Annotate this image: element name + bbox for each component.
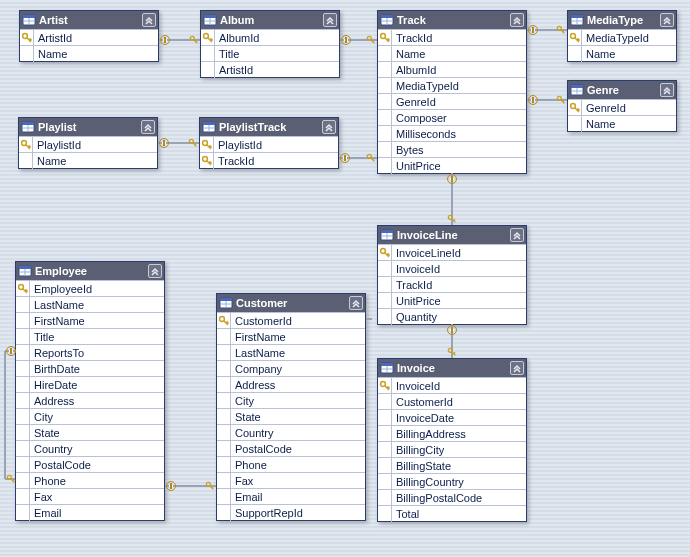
field-row[interactable]: City: [16, 408, 164, 424]
field-row[interactable]: BillingPostalCode: [378, 489, 526, 505]
field-row[interactable]: Fax: [217, 472, 365, 488]
field-row[interactable]: PlaylistId: [200, 136, 338, 152]
table-track[interactable]: TrackTrackIdNameAlbumIdMediaTypeIdGenreI…: [377, 10, 527, 174]
table-header[interactable]: Invoice: [378, 359, 526, 377]
field-row[interactable]: BillingCountry: [378, 473, 526, 489]
table-customer[interactable]: CustomerCustomerIdFirstNameLastNameCompa…: [216, 293, 366, 521]
field-row[interactable]: Fax: [16, 488, 164, 504]
field-row[interactable]: Name: [378, 45, 526, 61]
field-row[interactable]: Name: [19, 152, 157, 168]
field-row[interactable]: InvoiceDate: [378, 409, 526, 425]
table-header[interactable]: Album: [201, 11, 339, 29]
field-row[interactable]: BillingAddress: [378, 425, 526, 441]
table-genre[interactable]: GenreGenreIdName: [567, 80, 677, 132]
field-row[interactable]: ArtistId: [201, 61, 339, 77]
field-row[interactable]: Milliseconds: [378, 125, 526, 141]
field-row[interactable]: MediaTypeId: [378, 77, 526, 93]
table-header[interactable]: InvoiceLine: [378, 226, 526, 244]
collapse-button[interactable]: [660, 13, 674, 27]
field-row[interactable]: PostalCode: [16, 456, 164, 472]
table-album[interactable]: AlbumAlbumIdTitleArtistId: [200, 10, 340, 78]
field-row[interactable]: GenreId: [568, 99, 676, 115]
field-row[interactable]: Address: [217, 376, 365, 392]
field-row[interactable]: SupportRepId: [217, 504, 365, 520]
relation-key-icon: [447, 214, 457, 224]
table-header[interactable]: Playlist: [19, 118, 157, 136]
field-row[interactable]: InvoiceId: [378, 260, 526, 276]
table-artist[interactable]: ArtistArtistIdName: [19, 10, 159, 62]
table-employee[interactable]: EmployeeEmployeeIdLastNameFirstNameTitle…: [15, 261, 165, 521]
field-row[interactable]: Name: [20, 45, 158, 61]
collapse-button[interactable]: [322, 120, 336, 134]
field-row[interactable]: BirthDate: [16, 360, 164, 376]
field-row[interactable]: PostalCode: [217, 440, 365, 456]
field-row[interactable]: FirstName: [217, 328, 365, 344]
collapse-button[interactable]: [142, 13, 156, 27]
table-playlisttrack[interactable]: PlaylistTrackPlaylistIdTrackId: [199, 117, 339, 169]
table-header[interactable]: MediaType: [568, 11, 676, 29]
field-row[interactable]: BillingState: [378, 457, 526, 473]
collapse-button[interactable]: [510, 13, 524, 27]
field-row[interactable]: State: [16, 424, 164, 440]
field-row[interactable]: ArtistId: [20, 29, 158, 45]
table-invoiceline[interactable]: InvoiceLineInvoiceLineIdInvoiceIdTrackId…: [377, 225, 527, 325]
collapse-button[interactable]: [141, 120, 155, 134]
field-row[interactable]: InvoiceLineId: [378, 244, 526, 260]
field-row[interactable]: FirstName: [16, 312, 164, 328]
field-row[interactable]: State: [217, 408, 365, 424]
field-row[interactable]: GenreId: [378, 93, 526, 109]
field-row[interactable]: BillingCity: [378, 441, 526, 457]
field-row[interactable]: Email: [217, 488, 365, 504]
field-row[interactable]: LastName: [217, 344, 365, 360]
table-header[interactable]: Track: [378, 11, 526, 29]
field-row[interactable]: Title: [16, 328, 164, 344]
collapse-button[interactable]: [660, 83, 674, 97]
field-row[interactable]: CustomerId: [217, 312, 365, 328]
field-row[interactable]: Email: [16, 504, 164, 520]
table-header[interactable]: Employee: [16, 262, 164, 280]
table-mediatype[interactable]: MediaTypeMediaTypeIdName: [567, 10, 677, 62]
field-row[interactable]: InvoiceId: [378, 377, 526, 393]
table-playlist[interactable]: PlaylistPlaylistIdName: [18, 117, 158, 169]
field-row[interactable]: MediaTypeId: [568, 29, 676, 45]
collapse-button[interactable]: [510, 361, 524, 375]
field-row[interactable]: Company: [217, 360, 365, 376]
table-header[interactable]: Genre: [568, 81, 676, 99]
table-header[interactable]: Customer: [217, 294, 365, 312]
field-row[interactable]: Country: [217, 424, 365, 440]
field-row[interactable]: AlbumId: [378, 61, 526, 77]
field-row[interactable]: ReportsTo: [16, 344, 164, 360]
field-row[interactable]: Composer: [378, 109, 526, 125]
field-row[interactable]: UnitPrice: [378, 292, 526, 308]
field-row[interactable]: Name: [568, 45, 676, 61]
field-row[interactable]: Address: [16, 392, 164, 408]
field-row[interactable]: AlbumId: [201, 29, 339, 45]
field-row[interactable]: UnitPrice: [378, 157, 526, 173]
field-row[interactable]: Quantity: [378, 308, 526, 324]
field-row[interactable]: TrackId: [378, 29, 526, 45]
field-row[interactable]: PlaylistId: [19, 136, 157, 152]
field-row[interactable]: Name: [568, 115, 676, 131]
field-row[interactable]: Phone: [16, 472, 164, 488]
table-header[interactable]: Artist: [20, 11, 158, 29]
field-row[interactable]: Bytes: [378, 141, 526, 157]
field-row[interactable]: Country: [16, 440, 164, 456]
field-row[interactable]: Phone: [217, 456, 365, 472]
field-row[interactable]: TrackId: [200, 152, 338, 168]
table-icon: [570, 83, 584, 97]
field-row[interactable]: TrackId: [378, 276, 526, 292]
field-row[interactable]: HireDate: [16, 376, 164, 392]
collapse-button[interactable]: [510, 228, 524, 242]
collapse-button[interactable]: [323, 13, 337, 27]
table-invoice[interactable]: InvoiceInvoiceIdCustomerIdInvoiceDateBil…: [377, 358, 527, 522]
collapse-button[interactable]: [349, 296, 363, 310]
collapse-button[interactable]: [148, 264, 162, 278]
table-header[interactable]: PlaylistTrack: [200, 118, 338, 136]
field-row[interactable]: EmployeeId: [16, 280, 164, 296]
field-row[interactable]: Total: [378, 505, 526, 521]
field-row[interactable]: Title: [201, 45, 339, 61]
field-row[interactable]: City: [217, 392, 365, 408]
field-row[interactable]: CustomerId: [378, 393, 526, 409]
field-row[interactable]: LastName: [16, 296, 164, 312]
primary-key-icon: [378, 245, 392, 261]
